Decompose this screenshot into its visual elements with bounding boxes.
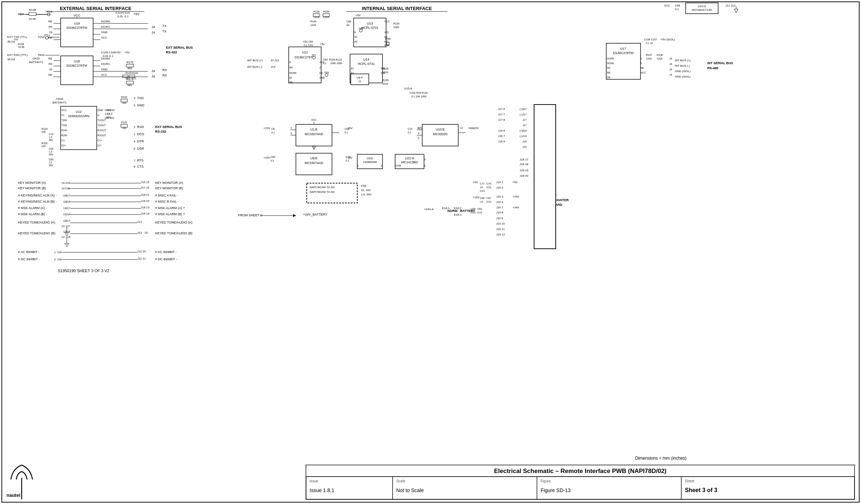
svg-text:R159: R159	[323, 10, 329, 13]
svg-text:J13: J13	[137, 220, 142, 224]
svg-text:1.0: 1.0	[106, 112, 110, 115]
svg-text:C83: C83	[106, 109, 111, 111]
svg-text:+5V: +5V	[124, 51, 130, 54]
svg-text:TP10: TP10	[45, 10, 52, 13]
svg-text:# DC INHIBIT -: # DC INHIBIT -	[155, 257, 177, 261]
svg-text:6: 6	[503, 129, 505, 132]
svg-text:121K: 121K	[383, 71, 389, 74]
svg-text:0.1: 0.1	[323, 62, 327, 65]
svg-text:20: 20	[143, 250, 146, 253]
svg-text:+24V-A: +24V-A	[424, 208, 434, 211]
svg-text:+5V (ISOL): +5V (ISOL)	[660, 38, 675, 41]
svg-text:SN74AHCT14D: SN74AHCT14D	[692, 8, 712, 12]
svg-text:RS-422: RS-422	[166, 50, 177, 54]
svg-text:100: 100	[122, 102, 126, 104]
svg-text:+5V: +5V	[355, 14, 361, 17]
svg-text:EXT SERIAL BUS: EXT SERIAL BUS	[155, 125, 182, 129]
svg-text:J16: J16	[523, 140, 526, 143]
svg-text:DO/RI: DO/RI	[607, 57, 614, 60]
svg-text:VCC: VCC	[101, 36, 107, 39]
svg-text:35V: 35V	[49, 164, 53, 167]
svg-text:# MSK ALARM (A) ?: # MSK ALARM (A) ?	[155, 206, 185, 210]
svg-text:J18: J18	[520, 169, 524, 172]
svg-text:INTERNAL SERIAL INTERFACE: INTERNAL SERIAL INTERFACE	[362, 6, 432, 11]
svg-text:1000: 1000	[393, 26, 399, 28]
svg-text:221: 221	[132, 77, 136, 80]
svg-text:DE: DE	[48, 73, 52, 76]
svg-text:7: 7	[134, 159, 136, 162]
svg-text:C1+: C1+	[97, 139, 102, 142]
svg-text:J17: J17	[523, 113, 526, 116]
svg-text:J18: J18	[141, 212, 145, 215]
svg-text:R1IN: R1IN	[61, 129, 67, 132]
svg-text:J17: J17	[498, 118, 503, 121]
svg-text:EXT RXD (TTL): EXT RXD (TTL)	[7, 53, 28, 57]
svg-text:2210: 2210	[383, 83, 388, 85]
svg-text:12: 12	[460, 127, 463, 129]
svg-text:VCC: VCC	[61, 109, 67, 111]
svg-text:0.1: 0.1	[675, 8, 679, 11]
svg-text:+15V: +15V	[263, 127, 271, 130]
svg-text:J10: J10	[496, 206, 501, 209]
svg-text:10: 10	[502, 222, 505, 225]
svg-text:11: 11	[502, 227, 505, 231]
svg-text:GND: GND	[319, 76, 325, 79]
svg-text:T1OUT: T1OUT	[97, 119, 106, 121]
svg-text:681: 681	[127, 67, 132, 70]
svg-text:U11: U11	[302, 50, 308, 54]
svg-text:GND: GND	[468, 127, 474, 129]
svg-text:R0: R0	[289, 66, 293, 69]
svg-text:J18: J18	[141, 206, 145, 209]
svg-text:0.01: 0.01	[477, 211, 482, 214]
svg-text:100: 100	[122, 127, 126, 129]
svg-text:+5V: +5V	[115, 51, 121, 54]
svg-text:19: 19	[525, 169, 528, 172]
svg-text:0.1: 0.1	[271, 159, 274, 162]
svg-text:0.1: 0.1	[345, 131, 348, 134]
svg-text:J18: J18	[11, 40, 15, 43]
svg-text:R123: R123	[41, 128, 48, 130]
svg-text:INT SERIAL BUS: INT SERIAL BUS	[707, 61, 733, 65]
svg-text:C70: C70	[346, 156, 350, 158]
svg-text:KEYED TONE/AUDIO (A): KEYED TONE/AUDIO (A)	[155, 221, 192, 224]
svg-text:0.01  0.1: 0.01 0.1	[103, 54, 113, 58]
svg-text:TP5: TP5	[359, 27, 363, 30]
svg-text:R2IN: R2IN	[61, 134, 67, 137]
svg-text:U15:A: U15:A	[404, 87, 412, 90]
svg-text:GND (ISOL): GND (ISOL)	[675, 75, 691, 78]
svg-text:VCC: VCC	[664, 4, 670, 7]
svg-text:EXT SERIAL BUS: EXT SERIAL BUS	[166, 46, 193, 49]
svg-text:U1:E: U1:E	[310, 128, 318, 131]
svg-text:DO/R0: DO/R0	[101, 20, 110, 23]
svg-text:17: 17	[525, 158, 528, 161]
svg-text:Dimensions = mm (inches): Dimensions = mm (inches)	[635, 456, 686, 461]
svg-text:12: 12	[502, 233, 505, 236]
svg-text:C76: C76	[486, 182, 491, 185]
svg-text:3: 3	[134, 97, 136, 100]
svg-text:C77: C77	[480, 182, 485, 185]
svg-text:8: 8	[354, 31, 356, 34]
svg-text:J13: J13	[274, 59, 279, 62]
svg-text:J18: J18	[520, 158, 524, 161]
svg-text:E18:3: E18:3	[454, 213, 462, 216]
svg-text:U12: U12	[76, 110, 82, 114]
svg-text:J16: J16	[523, 135, 526, 137]
svg-text:J10: J10	[496, 181, 501, 184]
svg-text:21: 21	[146, 193, 149, 196]
svg-text:6: 6	[134, 147, 136, 150]
svg-text:GND: GND	[385, 37, 391, 40]
svg-text:nautel: nautel	[6, 492, 20, 498]
svg-text:R139: R139	[314, 10, 320, 13]
svg-text:J10: J10	[496, 217, 501, 220]
svg-text:TXD: TXD	[137, 96, 144, 100]
svg-text:R109 R110: R109 R110	[329, 58, 342, 61]
svg-text:R160: R160	[310, 20, 316, 23]
svg-text:Sheet 3 of 3: Sheet 3 of 3	[685, 487, 717, 493]
svg-text:GND: GND	[97, 109, 103, 111]
svg-text:+5V: +5V	[14, 38, 18, 41]
svg-text:DS36C278TM: DS36C278TM	[66, 64, 87, 67]
svg-text:DE: DE	[48, 36, 52, 39]
svg-text:J16: J16	[498, 134, 503, 138]
svg-text:NAPI78D/00 T0 /02: NAPI78D/00 T0 /02	[310, 190, 335, 194]
svg-text:J12: J12	[137, 257, 142, 260]
